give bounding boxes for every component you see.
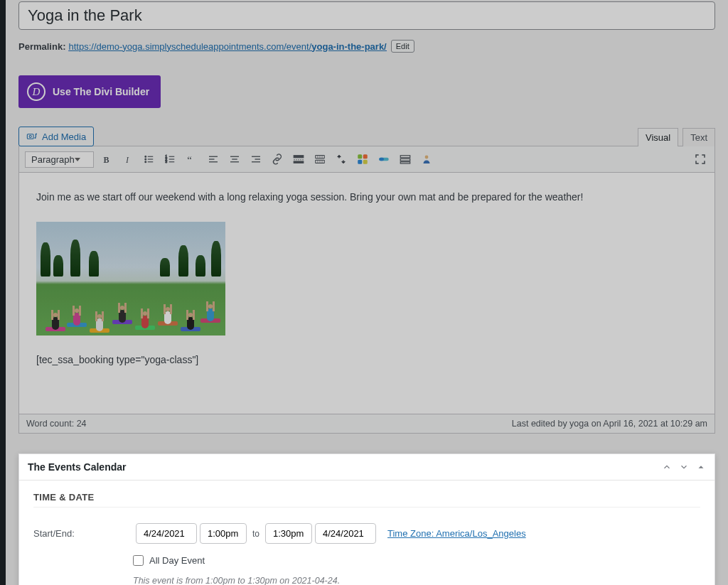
add-media-label: Add Media xyxy=(42,132,86,142)
svg-rect-43 xyxy=(363,160,367,164)
camera-music-icon xyxy=(26,131,38,142)
insert-more-button[interactable] xyxy=(290,151,307,168)
editor-toolbar: Paragraph B I 123 “ xyxy=(18,146,715,173)
blockquote-button[interactable]: “ xyxy=(183,151,200,168)
metabox-controls xyxy=(662,462,706,472)
svg-text:“: “ xyxy=(187,154,192,166)
ssa-shortcode-grid-icon[interactable] xyxy=(354,151,371,168)
svg-rect-27 xyxy=(294,156,304,158)
divi-logo-icon: D xyxy=(27,82,46,101)
svg-rect-31 xyxy=(316,156,317,158)
insert-link-button[interactable] xyxy=(269,151,286,168)
start-end-label: Start/End: xyxy=(33,528,133,539)
tab-visual[interactable]: Visual xyxy=(638,128,678,146)
editor-shortcode: [tec_ssa_booking type="yoga-class"] xyxy=(36,353,697,367)
svg-point-49 xyxy=(424,156,428,159)
svg-rect-33 xyxy=(320,156,321,158)
svg-rect-34 xyxy=(322,156,323,158)
italic-button[interactable]: I xyxy=(119,151,136,168)
wp-admin-menu-strip xyxy=(0,0,6,585)
permalink-base: https://demo-yoga.simplyscheduleappointm… xyxy=(68,41,311,52)
svg-point-1 xyxy=(29,135,31,137)
bullet-list-button[interactable] xyxy=(141,151,158,168)
svg-rect-37 xyxy=(318,161,319,163)
add-media-button[interactable]: Add Media xyxy=(18,127,94,146)
toggle-arrows-icon[interactable] xyxy=(333,151,350,168)
word-count: Word count: 24 xyxy=(26,419,87,429)
numbered-list-button[interactable]: 123 xyxy=(162,151,179,168)
events-panel-title: The Events Calendar xyxy=(28,461,127,473)
align-left-button[interactable] xyxy=(205,151,222,168)
bold-button[interactable]: B xyxy=(98,151,115,168)
fullscreen-button[interactable] xyxy=(692,151,709,168)
editor-paragraph: Join me as we start off our weekend with… xyxy=(36,190,697,205)
permalink-link[interactable]: https://demo-yoga.simplyscheduleappointm… xyxy=(68,41,386,52)
svg-rect-36 xyxy=(316,161,317,163)
all-day-row: All Day Event xyxy=(133,555,700,566)
insert-layout-icon[interactable] xyxy=(397,151,414,168)
svg-point-9 xyxy=(145,161,146,163)
toolbar-toggle-button[interactable] xyxy=(311,151,328,168)
svg-text:B: B xyxy=(103,155,109,165)
start-time-input[interactable] xyxy=(200,523,247,544)
svg-rect-46 xyxy=(400,156,410,158)
all-day-checkbox[interactable] xyxy=(133,555,144,566)
insert-author-icon[interactable] xyxy=(418,151,435,168)
timezone-link[interactable]: Time Zone: America/Los_Angeles xyxy=(387,528,526,539)
permalink-slug: yoga-in-the-park/ xyxy=(311,41,386,52)
svg-rect-41 xyxy=(363,154,367,159)
all-day-label: All Day Event xyxy=(149,555,205,566)
divi-button-label: Use The Divi Builder xyxy=(53,86,149,97)
end-date-input[interactable] xyxy=(315,523,376,544)
svg-rect-45 xyxy=(379,158,384,161)
svg-rect-48 xyxy=(400,162,410,163)
svg-rect-29 xyxy=(294,161,304,163)
metabox-down-icon[interactable] xyxy=(679,462,689,472)
metabox-up-icon[interactable] xyxy=(662,462,672,472)
svg-rect-38 xyxy=(320,161,321,163)
editor-mode-tabs: Visual Text xyxy=(638,128,715,146)
align-center-button[interactable] xyxy=(226,151,243,168)
svg-rect-47 xyxy=(400,159,410,161)
events-calendar-metabox: The Events Calendar TIME & DATE Start/En… xyxy=(18,453,715,585)
svg-text:3: 3 xyxy=(165,160,167,163)
section-time-date: TIME & DATE xyxy=(33,492,700,508)
to-label: to xyxy=(252,529,259,539)
editor-image-yoga-park[interactable]: /* decorative only */ xyxy=(36,222,225,336)
permalink-row: Permalink: https://demo-yoga.simplysched… xyxy=(18,40,715,53)
svg-rect-0 xyxy=(27,134,33,139)
use-divi-builder-button[interactable]: D Use The Divi Builder xyxy=(18,75,161,108)
editor-status-bar: Word count: 24 Last edited by yoga on Ap… xyxy=(18,414,715,434)
edit-permalink-button[interactable]: Edit xyxy=(391,40,414,53)
editor-content-area[interactable]: Join me as we start off our weekend with… xyxy=(18,173,715,414)
svg-rect-40 xyxy=(358,154,362,159)
last-edited: Last edited by yoga on April 16, 2021 at… xyxy=(512,419,707,429)
svg-point-7 xyxy=(145,159,146,160)
svg-rect-32 xyxy=(318,156,319,158)
permalink-label: Permalink: xyxy=(18,41,65,52)
svg-point-2 xyxy=(34,137,36,139)
block-format-value: Paragraph xyxy=(31,154,75,165)
event-time-summary: This event is from 1:00pm to 1:30pm on 2… xyxy=(133,576,700,585)
svg-rect-39 xyxy=(322,161,323,163)
post-title-input[interactable] xyxy=(18,1,715,30)
svg-rect-42 xyxy=(358,160,362,164)
block-format-select[interactable]: Paragraph xyxy=(25,151,94,168)
svg-point-5 xyxy=(145,156,146,157)
tab-text[interactable]: Text xyxy=(682,128,715,146)
caret-down-icon xyxy=(75,158,80,161)
end-time-input[interactable] xyxy=(265,523,312,544)
start-date-input[interactable] xyxy=(136,523,197,544)
start-end-row: Start/End: to Time Zone: America/Los_Ang… xyxy=(33,523,700,544)
align-right-button[interactable] xyxy=(247,151,264,168)
svg-text:I: I xyxy=(125,155,129,165)
metabox-collapse-icon[interactable] xyxy=(696,462,706,472)
insert-divider-icon[interactable] xyxy=(375,151,392,168)
